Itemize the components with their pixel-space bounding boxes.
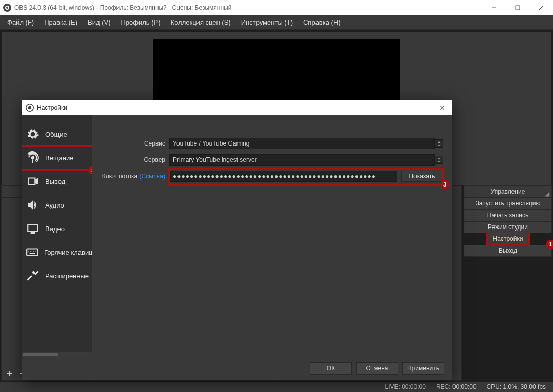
category-label: Горячие клавиш (44, 249, 92, 256)
service-select[interactable]: YouTube / YouTube Gaming (169, 138, 435, 149)
ok-button[interactable]: ОК (310, 362, 352, 375)
gear-icon (26, 127, 40, 141)
settings-sidebar: Общие Вещание 2 Вывод Аудио Видео Гор (22, 115, 92, 357)
server-label: Сервер (102, 156, 169, 163)
video-icon (26, 221, 40, 236)
annotation-badge-1: 1 (546, 240, 553, 249)
server-spinner[interactable]: ▲▼ (435, 156, 443, 164)
service-spinner[interactable]: ▲▼ (435, 139, 443, 148)
category-label: Расширенные (45, 272, 89, 280)
audio-icon (26, 198, 40, 212)
apply-button[interactable]: Применить (402, 362, 444, 375)
status-rec: REC: 00:00:00 (436, 383, 477, 390)
category-audio[interactable]: Аудио (22, 193, 92, 217)
collapse-icon[interactable]: ◢ (545, 188, 549, 199)
close-button[interactable] (529, 0, 553, 15)
settings-content: Сервис YouTube / YouTube Gaming ▲▼ Серве… (92, 115, 452, 357)
start-stream-button[interactable]: Запустить трансляцию (464, 198, 552, 210)
dialog-close-button[interactable]: ✕ (432, 104, 452, 112)
dialog-footer: ОК Отмена Применить (22, 357, 452, 380)
category-output[interactable]: Вывод (22, 170, 92, 193)
maximize-button[interactable] (506, 0, 529, 15)
window-title: OBS 24.0.3 (64-bit, windows) - Профиль: … (14, 4, 482, 11)
menu-edit[interactable]: Правка (E) (39, 16, 83, 28)
menu-profile[interactable]: Профиль (P) (116, 16, 166, 28)
menu-file[interactable]: Файл (F) (2, 16, 39, 28)
output-icon (26, 174, 40, 189)
sidebar-scrollbar[interactable] (22, 352, 92, 357)
menu-tools[interactable]: Инструменты (T) (236, 16, 298, 28)
category-label: Вещание (45, 154, 74, 162)
show-key-button[interactable]: Показать (401, 171, 443, 182)
category-label: Аудио (45, 201, 64, 209)
stream-key-label: Ключ потока (Ссылка) (102, 173, 169, 180)
broadcast-icon (26, 151, 40, 165)
category-advanced[interactable]: Расширенные (22, 264, 92, 287)
svg-rect-11 (27, 249, 38, 256)
svg-point-10 (28, 106, 31, 109)
category-hotkeys[interactable]: Горячие клавиш (22, 240, 92, 264)
status-live: LIVE: 00:00:00 (385, 383, 425, 390)
category-label: Общие (45, 131, 67, 138)
minimize-button[interactable] (482, 0, 506, 15)
svg-point-1 (6, 7, 8, 9)
server-select[interactable]: Primary YouTube ingest server (169, 154, 435, 166)
controls-header: Управление ◢ (464, 185, 552, 198)
settings-dialog: Настройки ✕ Общие Вещание 2 Вывод Аудио (22, 100, 452, 380)
service-label: Сервис (102, 140, 169, 147)
add-scene-button[interactable] (4, 368, 15, 379)
status-bar: LIVE: 00:00:00 REC: 00:00:00 CPU: 1.0%, … (0, 382, 553, 392)
category-label: Видео (45, 225, 65, 233)
tools-icon (26, 269, 40, 283)
studio-mode-button[interactable]: Режим студии (464, 221, 552, 233)
stream-key-link[interactable]: (Ссылка) (140, 173, 165, 180)
category-general[interactable]: Общие (22, 122, 92, 146)
annotation-badge-3: 3 (440, 180, 449, 189)
keyboard-icon (26, 245, 39, 259)
dialog-titlebar: Настройки ✕ (22, 100, 452, 115)
controls-header-label: Управление (491, 188, 525, 195)
dialog-app-icon (26, 104, 34, 112)
settings-button[interactable]: Настройки (486, 233, 530, 245)
app-icon (3, 4, 11, 12)
start-record-button[interactable]: Начать запись (464, 210, 552, 221)
stream-key-label-text: Ключ потока (102, 173, 137, 180)
stream-key-input[interactable]: ●●●●●●●●●●●●●●●●●●●●●●●●●●●●●●●●●●●●●●●●… (169, 171, 397, 182)
cancel-button[interactable]: Отмена (356, 362, 398, 375)
dialog-title: Настройки (37, 104, 432, 111)
window-titlebar: OBS 24.0.3 (64-bit, windows) - Профиль: … (0, 0, 553, 15)
menu-view[interactable]: Вид (V) (83, 16, 115, 28)
menu-help[interactable]: Справка (H) (298, 16, 346, 28)
category-label: Вывод (45, 178, 65, 185)
menu-scene-collection[interactable]: Коллекция сцен (S) (166, 16, 236, 28)
controls-panel: Управление ◢ Запустить трансляцию Начать… (464, 185, 552, 381)
category-stream[interactable]: Вещание 2 (22, 146, 92, 170)
category-video[interactable]: Видео (22, 217, 92, 240)
status-cpu: CPU: 1.0%, 30.00 fps (487, 383, 546, 390)
svg-rect-3 (516, 6, 520, 10)
menu-bar: Файл (F) Правка (E) Вид (V) Профиль (P) … (0, 15, 553, 30)
exit-button[interactable]: Выход (464, 245, 552, 257)
